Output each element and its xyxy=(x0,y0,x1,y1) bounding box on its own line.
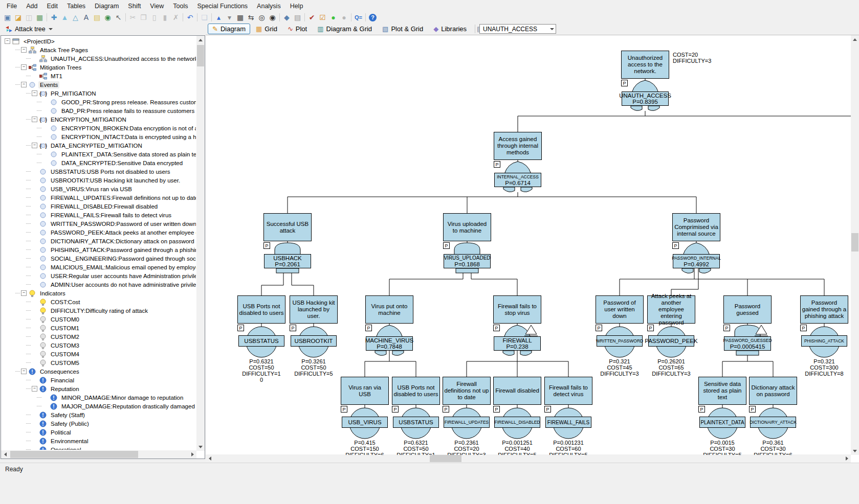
p-indicator-PASSWORD_PEEK[interactable]: P xyxy=(647,325,654,331)
tree-item--projectid-[interactable]: −<ProjectID> xyxy=(2,37,196,45)
node-desc-FIREWALL[interactable]: Firewall fails to stop virus xyxy=(493,295,541,324)
event-label-USB_VIRUS[interactable]: USB_VIRUS xyxy=(342,417,388,428)
scroll-left-button[interactable] xyxy=(206,454,214,463)
menu-analysis[interactable]: Analysis xyxy=(252,1,285,11)
scroll-left-button[interactable] xyxy=(1,450,9,459)
p-indicator-PASSWORD_INTERNAL[interactable]: P xyxy=(672,242,679,249)
collapse-toggle-icon[interactable]: − xyxy=(21,82,27,87)
tree-item-firewall-disabled[interactable]: FIREWALL_DISABLED:Firewall disabled xyxy=(2,202,196,211)
node-desc-PASSWORD_GUESSED[interactable]: Password guessed xyxy=(723,295,772,324)
p-indicator-PASSWORD_GUESSED[interactable]: P xyxy=(723,325,730,331)
p-indicator-WRITTEN_PASSWORD[interactable]: P xyxy=(596,325,602,331)
tree-item-user[interactable]: USER:Regular user accounts have Administ… xyxy=(2,271,196,280)
gate-label-VIRUS_UPLOADED[interactable]: VIRUS_UPLOADEDP=0.1868 xyxy=(444,254,491,268)
sidebar-vertical-scrollbar[interactable] xyxy=(196,36,205,451)
globe-edit-icon[interactable]: ◉ xyxy=(102,12,113,22)
node-desc-USBSTATUS_2[interactable]: USB Ports not disabled to users xyxy=(392,377,440,405)
tab-plot[interactable]: ∿Plot xyxy=(283,24,312,34)
tree-item-minor-damage[interactable]: !MINOR_DAMAGE:Minor damage to reputation xyxy=(2,393,196,402)
tree-item-custom3[interactable]: CUSTOM3 xyxy=(2,341,196,350)
help-icon[interactable]: ? xyxy=(367,12,378,22)
collapse-toggle-icon[interactable]: − xyxy=(21,64,27,70)
event-label-USBSTATUS_1[interactable]: USBSTATUS xyxy=(238,335,284,347)
add-event-icon[interactable]: ✚ xyxy=(49,12,59,22)
gate-label-USBHACK[interactable]: USBHACKP=0.2061 xyxy=(264,254,311,268)
node-desc-DICTIONAIRY_ATTACK[interactable]: Dictionary attack on password xyxy=(749,377,797,405)
tree-item-events[interactable]: −Events xyxy=(2,80,196,89)
add-and-gate-icon[interactable]: ▲ xyxy=(59,12,70,22)
tree-item-custom2[interactable]: CUSTOM2 xyxy=(2,332,196,341)
green-pin-icon[interactable]: ● xyxy=(328,12,339,22)
scrollbar-thumb[interactable] xyxy=(430,455,461,462)
tree-item-major-damage[interactable]: !MAJOR_DAMAGE:Reputation drastically dam… xyxy=(2,402,196,410)
tree-item-custom1[interactable]: CUSTOM1 xyxy=(2,324,196,332)
scroll-up-button[interactable] xyxy=(851,35,859,43)
tree-item-cost[interactable]: COST:Cost xyxy=(2,297,196,306)
memo-icon[interactable]: ▤ xyxy=(292,12,303,22)
tree-item-mt1[interactable]: MT1 xyxy=(2,72,196,80)
menu-tools[interactable]: Tools xyxy=(168,1,192,11)
tree-item-indicators[interactable]: −Indicators xyxy=(2,289,196,297)
node-desc-MACHINE_VIRUS[interactable]: Virus put onto machine xyxy=(365,295,413,324)
tree-item-encryption-broken[interactable]: ENCRYPTION_BROKEN:Data encryption is not… xyxy=(2,124,196,132)
tree-type-selector[interactable]: Attack tree xyxy=(2,25,56,33)
page-selector-combo[interactable]: UNAUTH_ACCESS xyxy=(479,24,556,34)
collapse-toggle-icon[interactable]: − xyxy=(32,117,37,122)
event-label-FIREWALL_FAILS[interactable]: FIREWALL_FAILS xyxy=(545,417,591,428)
node-desc-USB_VIRUS[interactable]: Virus ran via USB xyxy=(341,377,389,405)
event-label-DICTIONAIRY_ATTACK[interactable]: DICTIONAIRY_ATTACK xyxy=(750,417,796,428)
gate-label-PASSWORD_GUESSED[interactable]: PASSWORD_GUESSEDP=0.0005415 xyxy=(724,336,771,351)
gate-label-UNAUTH_ACCESS[interactable]: UNAUTH_ACCESSP=0.8395 xyxy=(622,91,669,106)
tab-plot-grid[interactable]: ▧Plot & Grid xyxy=(378,24,428,34)
attack-tree-canvas[interactable]: Unauthorized access to the network.PUNAU… xyxy=(206,35,851,455)
validate-icon[interactable]: ☑ xyxy=(317,12,328,22)
tree-item-operational[interactable]: !Operational xyxy=(2,445,196,450)
add-or-gate-icon[interactable]: △ xyxy=(70,12,81,22)
collapse-toggle-icon[interactable]: − xyxy=(5,38,10,44)
gray-pin-icon[interactable]: ● xyxy=(339,12,349,22)
align-bottom-icon[interactable]: ▾ xyxy=(224,12,235,22)
tree-item-malicious-email[interactable]: MALICIOUS_EMAIL:Malicious email opened b… xyxy=(2,263,196,271)
p-indicator-VIRUS_UPLOADED[interactable]: P xyxy=(443,242,450,249)
tree-item-reputation[interactable]: −!Reputation xyxy=(2,384,196,393)
binoculars-find-icon[interactable]: ◉ xyxy=(267,12,278,22)
menu-special-functions[interactable]: Special Functions xyxy=(192,1,252,11)
scroll-down-button[interactable] xyxy=(851,447,859,455)
table-grid-icon[interactable]: ▦ xyxy=(235,12,246,22)
event-label-USBSTATUS_2[interactable]: USBSTATUS xyxy=(393,417,439,428)
p-indicator-USBSTATUS_2[interactable]: P xyxy=(392,406,399,413)
tab-diagram[interactable]: ✎Diagram xyxy=(208,24,250,34)
fit-width-icon[interactable]: ⇆ xyxy=(246,12,256,22)
collapse-toggle-icon[interactable]: − xyxy=(21,369,27,374)
tree-item-custom0[interactable]: CUSTOM0 xyxy=(2,315,196,324)
tree-item-encryption-intact[interactable]: ENCRYPTION_INTACT:Data is encrypted usin… xyxy=(2,132,196,141)
undo-icon[interactable]: ↶ xyxy=(185,12,195,22)
node-desc-PASSWORD_INTERNAL[interactable]: Password Comprimised via internal source xyxy=(672,213,720,241)
node-desc-FIREWALL_DISABLED[interactable]: Firewall disabled xyxy=(493,377,541,405)
scroll-down-button[interactable] xyxy=(196,443,205,451)
tree-item-usbstatus[interactable]: USBSTATUS:USB Ports not disabled to user… xyxy=(2,167,196,176)
tree-item-pr-mitigation[interactable]: −{}PR_MITIGATION xyxy=(2,89,196,98)
node-desc-INTERNAL_ACCESS[interactable]: Access gained through internal methods xyxy=(494,132,542,160)
tree-item-usbrootkit[interactable]: USBROOTKIT:USB Hacking kit launched by u… xyxy=(2,176,196,185)
tree-item-financial[interactable]: !Financial xyxy=(2,376,196,384)
binoculars-icon[interactable]: ◎ xyxy=(256,12,267,22)
event-label-USBROOTKIT[interactable]: USBROOTKIT xyxy=(291,335,337,347)
tree-item-difficulty[interactable]: DIFFICULTY:Difficulty rating of attack xyxy=(2,306,196,315)
scrollbar-thumb[interactable] xyxy=(10,451,138,458)
tree-item-firewall-updates[interactable]: FIREWALL_UPDATES:Firewall definitions no… xyxy=(2,193,196,202)
node-desc-WRITTEN_PASSWORD[interactable]: Password of user written down xyxy=(596,295,644,324)
tree-item-attack-tree-pages[interactable]: −Attack Tree Pages xyxy=(2,45,196,54)
collapse-toggle-icon[interactable]: − xyxy=(32,386,37,392)
tree-item-phishing-attack[interactable]: PHISHING_ATTACK:Password gained through … xyxy=(2,245,196,254)
node-desc-FIREWALL_UPDATES[interactable]: Firewall definitions not up to date xyxy=(443,377,491,405)
new-diagram-icon[interactable]: ▣ xyxy=(2,12,13,22)
event-label-PASSWORD_PEEK[interactable]: PASSWORD_PEEK xyxy=(648,335,694,347)
open-icon[interactable]: ◪ xyxy=(13,12,24,22)
node-desc-USBSTATUS_1[interactable]: USB Ports not disabled to users xyxy=(237,295,285,324)
tree-item-data-encrypted-mitigation[interactable]: −{}DATA_ENCRYPTED_MITIGATION xyxy=(2,141,196,150)
tree-item-custom4[interactable]: CUSTOM4 xyxy=(2,350,196,358)
menu-help[interactable]: Help xyxy=(285,1,308,11)
combo-dropdown-button[interactable] xyxy=(547,25,556,33)
node-desc-PHISHING_ATTACK[interactable]: Password gained through a phishing attac… xyxy=(800,295,848,324)
